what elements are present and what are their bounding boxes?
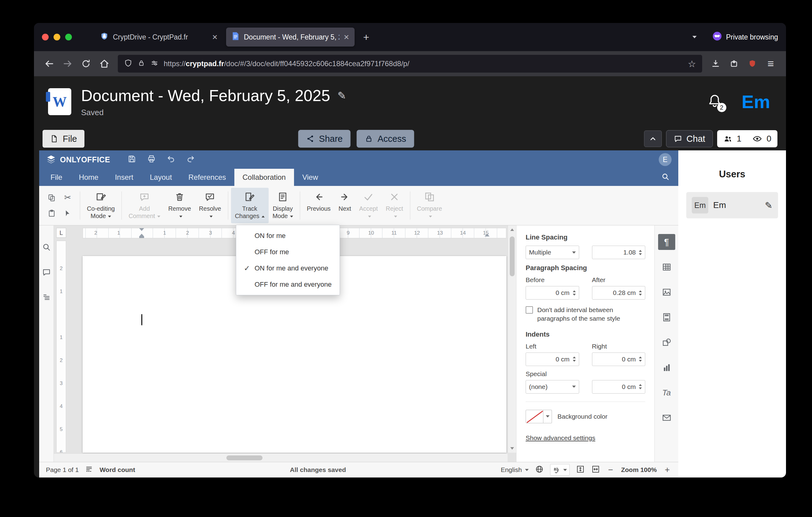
menu-tab-layout[interactable]: Layout bbox=[142, 169, 180, 186]
save-button[interactable] bbox=[127, 154, 137, 165]
edit-title-pencil-icon[interactable]: ✎ bbox=[338, 89, 346, 102]
list-all-tabs-chevron-icon[interactable] bbox=[692, 36, 697, 38]
tracking-shield-icon[interactable] bbox=[124, 59, 133, 69]
spacing-before-spinner[interactable]: 0 cm bbox=[526, 286, 579, 300]
zoom-in-button[interactable]: + bbox=[663, 465, 672, 475]
first-line-indent-marker[interactable] bbox=[139, 228, 144, 231]
fit-page-button[interactable] bbox=[576, 465, 585, 475]
track-menu-item[interactable]: OFF for me and everyone bbox=[236, 276, 340, 293]
reject-button[interactable]: Reject bbox=[382, 188, 407, 223]
mail-merge-tab[interactable] bbox=[658, 410, 675, 426]
search-icon[interactable] bbox=[661, 172, 670, 182]
extensions-icon[interactable] bbox=[725, 55, 743, 72]
bookmark-star-icon[interactable]: ☆ bbox=[688, 58, 696, 69]
spinner-arrows[interactable] bbox=[573, 356, 576, 362]
track-menu-item[interactable]: ✓ON for me and everyone bbox=[236, 260, 340, 276]
no-interval-checkbox-row[interactable]: Don't add interval between paragraphs of… bbox=[526, 306, 645, 323]
spinner-arrows[interactable] bbox=[573, 290, 576, 296]
page-indicator[interactable]: Page 1 of 1 bbox=[46, 466, 79, 473]
menu-tab-insert[interactable]: Insert bbox=[107, 169, 142, 186]
line-spacing-spinner[interactable]: 1.08 bbox=[592, 246, 645, 259]
compare-button[interactable]: Compare bbox=[413, 188, 446, 223]
fit-width-button[interactable] bbox=[591, 465, 600, 475]
spinner-arrows[interactable] bbox=[639, 356, 642, 362]
scroll-up-arrow[interactable] bbox=[510, 228, 514, 231]
tab-cryptdrive[interactable]: CryptDrive - CryptPad.fr × bbox=[94, 28, 223, 47]
reload-button[interactable] bbox=[78, 55, 94, 72]
image-settings-tab[interactable] bbox=[658, 284, 675, 300]
tab-document[interactable]: Document - Wed, February 5, 2 × bbox=[226, 28, 355, 47]
print-button[interactable] bbox=[147, 154, 156, 165]
paragraph-settings-tab[interactable]: ¶ bbox=[658, 234, 675, 250]
previous-change-button[interactable]: Previous bbox=[303, 188, 335, 223]
vertical-scrollbar[interactable] bbox=[508, 225, 516, 453]
next-change-button[interactable]: Next bbox=[335, 188, 355, 223]
accept-button[interactable]: Accept bbox=[355, 188, 382, 223]
display-mode-button[interactable]: Display Mode bbox=[269, 188, 297, 223]
forward-button[interactable] bbox=[59, 55, 76, 72]
zoom-level[interactable]: Zoom 100% bbox=[621, 466, 657, 473]
user-list-item[interactable]: Em Em ✎ bbox=[686, 192, 778, 218]
vertical-scroll-thumb[interactable] bbox=[510, 237, 515, 276]
advanced-settings-link[interactable]: Show advanced settings bbox=[526, 434, 645, 442]
table-settings-tab[interactable] bbox=[658, 259, 675, 275]
account-avatar[interactable]: Em bbox=[742, 91, 770, 112]
menu-tab-references[interactable]: References bbox=[180, 169, 234, 186]
spinner-arrows[interactable] bbox=[639, 384, 642, 389]
chevron-down-icon[interactable] bbox=[543, 410, 552, 423]
coediting-mode-button[interactable]: Co-editing Mode bbox=[83, 188, 119, 223]
word-count-label[interactable]: Word count bbox=[99, 466, 135, 473]
edit-name-pencil-icon[interactable]: ✎ bbox=[765, 200, 773, 211]
spinner-arrows[interactable] bbox=[639, 250, 642, 255]
resolve-button[interactable]: Resolve bbox=[195, 188, 225, 223]
horizontal-scrollbar[interactable] bbox=[54, 453, 508, 462]
home-button[interactable] bbox=[96, 55, 113, 72]
checkbox[interactable] bbox=[526, 306, 533, 314]
special-spinner[interactable]: 0 cm bbox=[592, 380, 645, 393]
track-changes-button[interactable]: Track Changes bbox=[231, 188, 269, 223]
notifications-button[interactable]: 2 bbox=[707, 93, 723, 110]
menu-icon[interactable]: ≡ bbox=[762, 55, 779, 72]
redo-button[interactable] bbox=[186, 154, 195, 165]
chat-button[interactable]: Chat bbox=[666, 130, 713, 147]
presence-button[interactable]: 1 0 bbox=[717, 130, 777, 147]
remove-comment-button[interactable]: Remove bbox=[164, 188, 195, 223]
v-ruler[interactable]: 21123456 bbox=[56, 241, 66, 453]
minimize-window-button[interactable] bbox=[54, 34, 60, 40]
access-button[interactable]: Access bbox=[357, 130, 414, 147]
back-button[interactable] bbox=[41, 55, 58, 72]
menu-tab-home[interactable]: Home bbox=[71, 169, 107, 186]
language-selector[interactable]: English bbox=[501, 466, 529, 473]
menu-tab-collaboration[interactable]: Collaboration bbox=[234, 169, 294, 186]
collapse-toolbar-button[interactable] bbox=[644, 131, 662, 147]
globe-icon[interactable] bbox=[535, 465, 544, 475]
hanging-indent-marker[interactable] bbox=[139, 234, 144, 237]
spacing-after-spinner[interactable]: 0.28 cm bbox=[592, 286, 645, 300]
downloads-button[interactable] bbox=[707, 55, 724, 72]
spinner-arrows[interactable] bbox=[639, 290, 642, 296]
tab-selector[interactable]: L bbox=[56, 228, 66, 238]
url-bar[interactable]: https://cryptpad.fr/doc/#/3/doc/edit/ff0… bbox=[118, 55, 702, 73]
horizontal-scroll-thumb[interactable] bbox=[226, 456, 263, 460]
maximize-window-button[interactable] bbox=[65, 34, 72, 40]
shape-settings-tab[interactable] bbox=[658, 334, 675, 350]
indent-left-spinner[interactable]: 0 cm bbox=[526, 353, 579, 366]
textart-settings-tab[interactable]: Ta bbox=[658, 385, 675, 401]
left-indent-marker[interactable] bbox=[139, 237, 144, 238]
copy-button[interactable] bbox=[44, 190, 59, 205]
document-title[interactable]: Document - Wed, February 5, 2025 bbox=[81, 86, 330, 105]
special-select[interactable]: (none) bbox=[526, 380, 579, 393]
tab-close-icon[interactable]: × bbox=[344, 32, 349, 42]
menu-tab-view[interactable]: View bbox=[294, 169, 326, 186]
share-button[interactable]: Share bbox=[298, 130, 351, 147]
undo-button[interactable] bbox=[167, 154, 176, 165]
navigation-button[interactable] bbox=[42, 293, 51, 303]
color-swatch[interactable] bbox=[526, 410, 543, 423]
scroll-down-arrow[interactable] bbox=[510, 447, 514, 450]
indent-right-spinner[interactable]: 0 cm bbox=[592, 353, 645, 366]
chart-settings-tab[interactable] bbox=[658, 360, 675, 376]
find-button[interactable] bbox=[42, 243, 51, 253]
track-menu-item[interactable]: ON for me bbox=[236, 227, 340, 244]
select-all-button[interactable] bbox=[60, 206, 75, 221]
line-spacing-select[interactable]: Multiple bbox=[526, 246, 579, 259]
